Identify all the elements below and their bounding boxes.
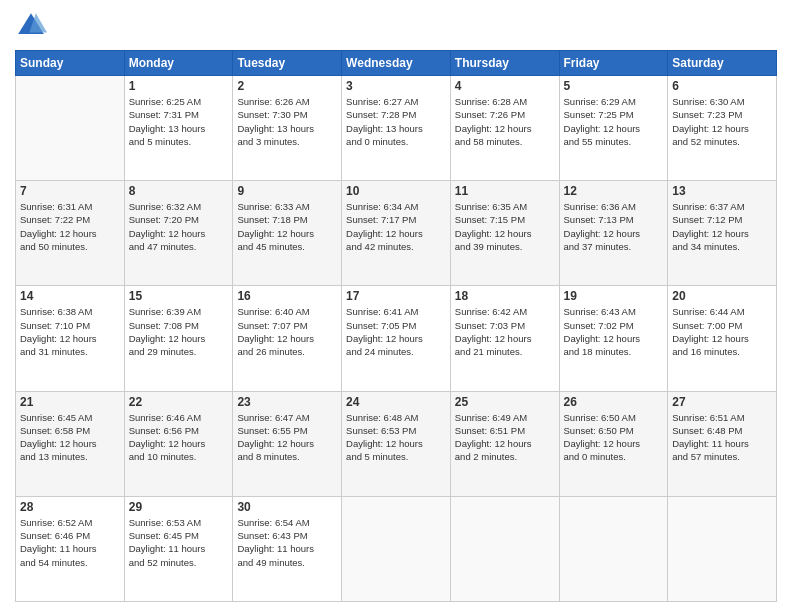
- week-row-4: 21Sunrise: 6:45 AM Sunset: 6:58 PM Dayli…: [16, 391, 777, 496]
- day-number: 23: [237, 395, 337, 409]
- day-number: 16: [237, 289, 337, 303]
- calendar-table: SundayMondayTuesdayWednesdayThursdayFrid…: [15, 50, 777, 602]
- calendar-cell: 22Sunrise: 6:46 AM Sunset: 6:56 PM Dayli…: [124, 391, 233, 496]
- header: [15, 10, 777, 42]
- weekday-header-thursday: Thursday: [450, 51, 559, 76]
- day-number: 5: [564, 79, 664, 93]
- day-info: Sunrise: 6:29 AM Sunset: 7:25 PM Dayligh…: [564, 95, 664, 148]
- calendar-cell: 2Sunrise: 6:26 AM Sunset: 7:30 PM Daylig…: [233, 76, 342, 181]
- day-number: 29: [129, 500, 229, 514]
- calendar-cell: 7Sunrise: 6:31 AM Sunset: 7:22 PM Daylig…: [16, 181, 125, 286]
- day-info: Sunrise: 6:52 AM Sunset: 6:46 PM Dayligh…: [20, 516, 120, 569]
- day-info: Sunrise: 6:36 AM Sunset: 7:13 PM Dayligh…: [564, 200, 664, 253]
- day-number: 9: [237, 184, 337, 198]
- calendar-cell: 9Sunrise: 6:33 AM Sunset: 7:18 PM Daylig…: [233, 181, 342, 286]
- day-number: 6: [672, 79, 772, 93]
- day-info: Sunrise: 6:25 AM Sunset: 7:31 PM Dayligh…: [129, 95, 229, 148]
- calendar-cell: 23Sunrise: 6:47 AM Sunset: 6:55 PM Dayli…: [233, 391, 342, 496]
- day-number: 17: [346, 289, 446, 303]
- day-info: Sunrise: 6:28 AM Sunset: 7:26 PM Dayligh…: [455, 95, 555, 148]
- day-number: 3: [346, 79, 446, 93]
- day-info: Sunrise: 6:46 AM Sunset: 6:56 PM Dayligh…: [129, 411, 229, 464]
- day-number: 26: [564, 395, 664, 409]
- day-info: Sunrise: 6:48 AM Sunset: 6:53 PM Dayligh…: [346, 411, 446, 464]
- day-number: 14: [20, 289, 120, 303]
- day-number: 19: [564, 289, 664, 303]
- day-number: 15: [129, 289, 229, 303]
- calendar-cell: [668, 496, 777, 601]
- day-info: Sunrise: 6:42 AM Sunset: 7:03 PM Dayligh…: [455, 305, 555, 358]
- calendar-cell: 4Sunrise: 6:28 AM Sunset: 7:26 PM Daylig…: [450, 76, 559, 181]
- calendar-cell: [16, 76, 125, 181]
- day-number: 8: [129, 184, 229, 198]
- calendar-cell: 28Sunrise: 6:52 AM Sunset: 6:46 PM Dayli…: [16, 496, 125, 601]
- weekday-header-saturday: Saturday: [668, 51, 777, 76]
- day-number: 28: [20, 500, 120, 514]
- calendar-cell: 12Sunrise: 6:36 AM Sunset: 7:13 PM Dayli…: [559, 181, 668, 286]
- calendar-cell: 20Sunrise: 6:44 AM Sunset: 7:00 PM Dayli…: [668, 286, 777, 391]
- day-number: 1: [129, 79, 229, 93]
- day-number: 2: [237, 79, 337, 93]
- calendar-cell: 3Sunrise: 6:27 AM Sunset: 7:28 PM Daylig…: [342, 76, 451, 181]
- day-number: 7: [20, 184, 120, 198]
- day-number: 30: [237, 500, 337, 514]
- week-row-1: 1Sunrise: 6:25 AM Sunset: 7:31 PM Daylig…: [16, 76, 777, 181]
- calendar-cell: 1Sunrise: 6:25 AM Sunset: 7:31 PM Daylig…: [124, 76, 233, 181]
- calendar-cell: 11Sunrise: 6:35 AM Sunset: 7:15 PM Dayli…: [450, 181, 559, 286]
- day-number: 27: [672, 395, 772, 409]
- day-info: Sunrise: 6:37 AM Sunset: 7:12 PM Dayligh…: [672, 200, 772, 253]
- weekday-header-row: SundayMondayTuesdayWednesdayThursdayFrid…: [16, 51, 777, 76]
- calendar-cell: [450, 496, 559, 601]
- day-info: Sunrise: 6:34 AM Sunset: 7:17 PM Dayligh…: [346, 200, 446, 253]
- day-info: Sunrise: 6:50 AM Sunset: 6:50 PM Dayligh…: [564, 411, 664, 464]
- day-info: Sunrise: 6:41 AM Sunset: 7:05 PM Dayligh…: [346, 305, 446, 358]
- day-number: 12: [564, 184, 664, 198]
- calendar-cell: 10Sunrise: 6:34 AM Sunset: 7:17 PM Dayli…: [342, 181, 451, 286]
- calendar-cell: 27Sunrise: 6:51 AM Sunset: 6:48 PM Dayli…: [668, 391, 777, 496]
- calendar-cell: 21Sunrise: 6:45 AM Sunset: 6:58 PM Dayli…: [16, 391, 125, 496]
- calendar-cell: 24Sunrise: 6:48 AM Sunset: 6:53 PM Dayli…: [342, 391, 451, 496]
- day-info: Sunrise: 6:53 AM Sunset: 6:45 PM Dayligh…: [129, 516, 229, 569]
- calendar-cell: 26Sunrise: 6:50 AM Sunset: 6:50 PM Dayli…: [559, 391, 668, 496]
- calendar-cell: 18Sunrise: 6:42 AM Sunset: 7:03 PM Dayli…: [450, 286, 559, 391]
- weekday-header-monday: Monday: [124, 51, 233, 76]
- logo: [15, 10, 51, 42]
- calendar-cell: 6Sunrise: 6:30 AM Sunset: 7:23 PM Daylig…: [668, 76, 777, 181]
- weekday-header-friday: Friday: [559, 51, 668, 76]
- page: SundayMondayTuesdayWednesdayThursdayFrid…: [0, 0, 792, 612]
- calendar-cell: 14Sunrise: 6:38 AM Sunset: 7:10 PM Dayli…: [16, 286, 125, 391]
- day-number: 4: [455, 79, 555, 93]
- day-info: Sunrise: 6:35 AM Sunset: 7:15 PM Dayligh…: [455, 200, 555, 253]
- day-info: Sunrise: 6:39 AM Sunset: 7:08 PM Dayligh…: [129, 305, 229, 358]
- day-info: Sunrise: 6:43 AM Sunset: 7:02 PM Dayligh…: [564, 305, 664, 358]
- day-info: Sunrise: 6:27 AM Sunset: 7:28 PM Dayligh…: [346, 95, 446, 148]
- day-info: Sunrise: 6:44 AM Sunset: 7:00 PM Dayligh…: [672, 305, 772, 358]
- week-row-2: 7Sunrise: 6:31 AM Sunset: 7:22 PM Daylig…: [16, 181, 777, 286]
- logo-icon: [15, 10, 47, 42]
- day-number: 13: [672, 184, 772, 198]
- calendar-cell: 25Sunrise: 6:49 AM Sunset: 6:51 PM Dayli…: [450, 391, 559, 496]
- calendar-cell: 30Sunrise: 6:54 AM Sunset: 6:43 PM Dayli…: [233, 496, 342, 601]
- calendar-cell: [342, 496, 451, 601]
- day-info: Sunrise: 6:51 AM Sunset: 6:48 PM Dayligh…: [672, 411, 772, 464]
- day-number: 18: [455, 289, 555, 303]
- day-info: Sunrise: 6:32 AM Sunset: 7:20 PM Dayligh…: [129, 200, 229, 253]
- day-info: Sunrise: 6:54 AM Sunset: 6:43 PM Dayligh…: [237, 516, 337, 569]
- calendar-cell: 13Sunrise: 6:37 AM Sunset: 7:12 PM Dayli…: [668, 181, 777, 286]
- calendar-cell: 16Sunrise: 6:40 AM Sunset: 7:07 PM Dayli…: [233, 286, 342, 391]
- day-info: Sunrise: 6:38 AM Sunset: 7:10 PM Dayligh…: [20, 305, 120, 358]
- calendar-cell: [559, 496, 668, 601]
- day-info: Sunrise: 6:26 AM Sunset: 7:30 PM Dayligh…: [237, 95, 337, 148]
- weekday-header-sunday: Sunday: [16, 51, 125, 76]
- day-number: 21: [20, 395, 120, 409]
- day-info: Sunrise: 6:45 AM Sunset: 6:58 PM Dayligh…: [20, 411, 120, 464]
- day-number: 24: [346, 395, 446, 409]
- day-info: Sunrise: 6:31 AM Sunset: 7:22 PM Dayligh…: [20, 200, 120, 253]
- day-number: 22: [129, 395, 229, 409]
- day-info: Sunrise: 6:49 AM Sunset: 6:51 PM Dayligh…: [455, 411, 555, 464]
- calendar-cell: 5Sunrise: 6:29 AM Sunset: 7:25 PM Daylig…: [559, 76, 668, 181]
- day-number: 11: [455, 184, 555, 198]
- calendar-cell: 19Sunrise: 6:43 AM Sunset: 7:02 PM Dayli…: [559, 286, 668, 391]
- week-row-3: 14Sunrise: 6:38 AM Sunset: 7:10 PM Dayli…: [16, 286, 777, 391]
- calendar-cell: 15Sunrise: 6:39 AM Sunset: 7:08 PM Dayli…: [124, 286, 233, 391]
